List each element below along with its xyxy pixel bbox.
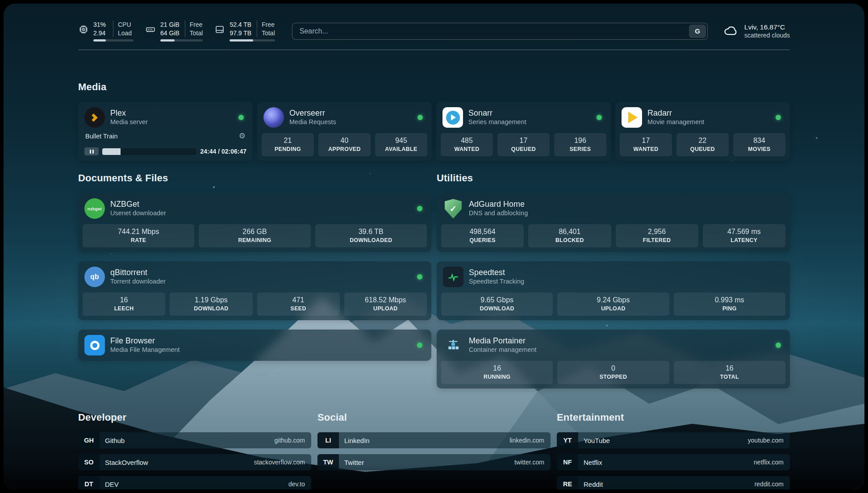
- radarr-card[interactable]: Radarr Movie management 17 WANTED 2: [615, 102, 790, 161]
- portainer-crane-icon: [443, 335, 463, 355]
- stat-movies: 834 MOVIES: [733, 133, 785, 156]
- bookmark-name: Netflix: [578, 459, 602, 466]
- search-provider-button[interactable]: G: [689, 25, 706, 38]
- stat-pending: 21 PENDING: [262, 133, 314, 156]
- weather-condition: scattered clouds: [744, 32, 790, 39]
- memory-icon: [145, 24, 156, 35]
- search-bar: G: [292, 23, 708, 40]
- stat-rate: 744.21 Mbps RATE: [83, 224, 194, 247]
- section-media: Media Plex Media server: [78, 81, 790, 161]
- cpu-load-value: 2.94: [93, 29, 108, 37]
- stat-queries: 498,564 QUERIES: [441, 224, 524, 247]
- app-subtitle: Speedtest Tracking: [469, 277, 524, 286]
- bookmark-youtube[interactable]: YT YouTube youtube.com: [557, 432, 790, 448]
- stat-upload: 9.24 Gbps UPLOAD: [557, 292, 669, 316]
- bookmark-name: YouTube: [578, 437, 610, 444]
- pause-button[interactable]: [84, 147, 99, 155]
- bookmark-abbr: NF: [557, 454, 578, 470]
- bookmark-url: youtube.com: [748, 437, 790, 444]
- bookmark-name: Reddit: [578, 480, 603, 488]
- portainer-card[interactable]: Media Portainer Container management 16 …: [437, 330, 790, 389]
- bookmark-dev[interactable]: DT DEV dev.to: [78, 476, 311, 489]
- disk-icon: [214, 24, 225, 35]
- disk-progress-bar: [230, 39, 275, 42]
- disk-free-label: Free: [257, 21, 275, 29]
- speedtest-icon: [443, 267, 463, 287]
- sonarr-card[interactable]: Sonarr Series management 485 WANTED: [436, 102, 611, 161]
- status-dot: [417, 115, 423, 120]
- stat-filtered: 2,956 FILTERED: [616, 224, 698, 247]
- app-name: Plex: [110, 109, 148, 118]
- radarr-icon: [622, 107, 642, 128]
- system-widgets: 31% CPU 2.94 Load: [78, 21, 275, 42]
- bookmark-netflix[interactable]: NF Netflix netflix.com: [557, 454, 790, 470]
- memory-total-value: 64 GiB: [160, 29, 179, 37]
- cloud-icon: [723, 25, 739, 37]
- app-name: Radarr: [647, 109, 704, 118]
- stat-remaining: 266 GB REMAINING: [199, 224, 310, 247]
- bookmark-url: twitter.com: [514, 459, 551, 466]
- speedtest-card[interactable]: Speedtest Speedtest Tracking 9.65 Gbps D…: [437, 261, 790, 320]
- qbittorrent-icon: qb: [84, 267, 105, 287]
- stat-download: 9.65 Gbps DOWNLOAD: [441, 292, 553, 316]
- topbar-divider: [78, 50, 790, 50]
- app-name: Overseerr: [289, 109, 336, 118]
- cpu-label: CPU: [113, 21, 134, 29]
- bookmark-url: stackoverflow.com: [254, 459, 311, 466]
- app-name: File Browser: [110, 336, 180, 346]
- adguard-shield-icon: ✓: [443, 198, 463, 219]
- section-developer: Developer GH Github github.com SO StackO…: [78, 412, 311, 489]
- stat-approved: 40 APPROVED: [318, 133, 371, 156]
- app-name: Sonarr: [468, 109, 526, 118]
- stat-downloaded: 39.6 TB DOWNLOADED: [315, 224, 427, 247]
- bookmark-stackoverflow[interactable]: SO StackOverflow stackoverflow.com: [78, 454, 311, 470]
- nzbget-card[interactable]: nzbget NZBGet Usenet downloader 744.21 M…: [78, 193, 431, 252]
- bookmark-github[interactable]: GH Github github.com: [78, 432, 311, 448]
- adguard-card[interactable]: ✓ AdGuard Home DNS and adblocking 498,56…: [437, 193, 790, 252]
- app-subtitle: Series management: [468, 118, 526, 127]
- section-utilities: Utilities ✓ AdGuard Home DNS and adblock…: [437, 172, 790, 389]
- overseerr-icon: [263, 107, 284, 128]
- bookmark-url: reddit.com: [755, 480, 790, 488]
- search-input[interactable]: [292, 23, 708, 40]
- cpu-chip-icon: [78, 24, 89, 35]
- bookmark-abbr: YT: [557, 432, 578, 448]
- playback-progress-bar[interactable]: [102, 148, 196, 155]
- bookmark-name: Github: [100, 437, 125, 444]
- plex-card[interactable]: Plex Media server Bullet Train ⚙: [78, 102, 253, 161]
- disk-total-label: Total: [257, 29, 275, 37]
- utilities-section-title: Utilities: [437, 172, 790, 184]
- status-dot: [776, 343, 781, 348]
- stat-total: 16 TOTAL: [674, 361, 785, 384]
- bookmark-twitter[interactable]: TW Twitter twitter.com: [317, 454, 551, 470]
- overseerr-card[interactable]: Overseerr Media Requests 21 PENDING: [257, 102, 432, 161]
- bookmark-linkedin[interactable]: LI LinkedIn linkedin.com: [317, 432, 551, 448]
- app-subtitle: Container management: [469, 346, 537, 355]
- gear-icon[interactable]: ⚙: [239, 132, 246, 140]
- window-frame: 31% CPU 2.94 Load: [0, 0, 868, 493]
- cpu-load-label: Load: [113, 29, 134, 37]
- developer-section-title: Developer: [78, 412, 311, 423]
- stat-wanted: 485 WANTED: [441, 133, 493, 156]
- bookmark-reddit[interactable]: RE Reddit reddit.com: [557, 476, 790, 489]
- bookmark-abbr: TW: [317, 454, 339, 470]
- media-section-title: Media: [78, 81, 790, 93]
- stat-queued: 17 QUEUED: [497, 133, 550, 156]
- bookmark-url: linkedin.com: [509, 437, 551, 444]
- documents-section-title: Documents & Files: [78, 172, 431, 184]
- dashboard-page: 31% CPU 2.94 Load: [4, 4, 864, 489]
- now-playing-title: Bullet Train: [85, 133, 118, 140]
- bookmark-name: DEV: [100, 480, 119, 488]
- app-name: Media Portainer: [469, 336, 537, 346]
- stat-stopped: 0 STOPPED: [557, 361, 669, 384]
- filebrowser-card[interactable]: File Browser Media File Management: [78, 330, 431, 361]
- memory-total-label: Total: [185, 29, 203, 37]
- stat-latency: 47.569 ms LATENCY: [703, 224, 785, 247]
- bookmark-url: netflix.com: [754, 459, 790, 466]
- weather-location: Lviv, 16.87°C: [744, 23, 790, 31]
- disk-free-value: 52.4 TB: [230, 21, 251, 29]
- social-section-title: Social: [317, 412, 551, 423]
- qbittorrent-card[interactable]: qb qBittorrent Torrent downloader 16: [78, 261, 431, 320]
- weather-widget: Lviv, 16.87°C scattered clouds: [723, 23, 790, 39]
- app-subtitle: Media Requests: [289, 118, 336, 127]
